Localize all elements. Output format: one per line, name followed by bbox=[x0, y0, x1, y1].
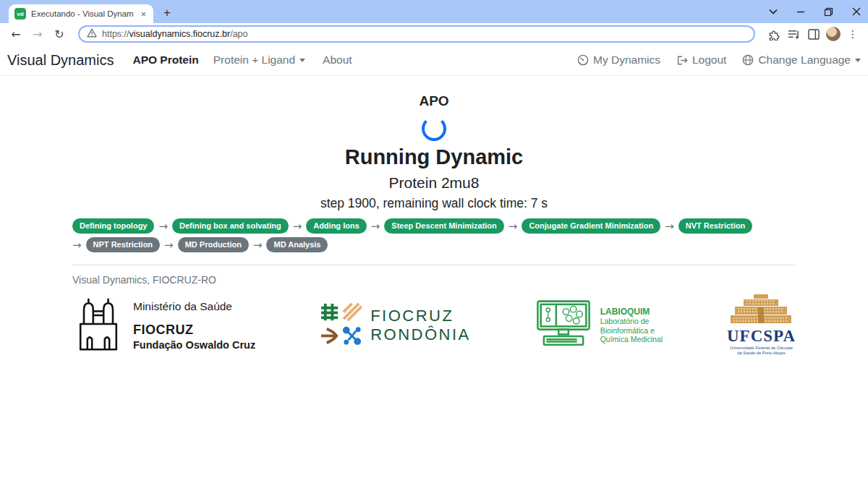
pipeline-step: → NPT Restriction bbox=[72, 237, 160, 252]
pipeline-step: → MD Production bbox=[164, 237, 249, 252]
nav-apo-protein[interactable]: APO Protein bbox=[132, 54, 198, 67]
tab-title: Executando - Visual Dynamics bbox=[31, 9, 134, 18]
ufcspa-building-icon bbox=[731, 294, 791, 326]
reload-button[interactable]: ↻ bbox=[51, 27, 68, 41]
step-arrow-icon: → bbox=[371, 220, 380, 233]
pipeline-step-badge: NPT Restriction bbox=[86, 237, 161, 252]
fiocruz-rondonia-logo: FIOCRUZ RONDÔNIA bbox=[320, 302, 471, 349]
step-arrow-icon: → bbox=[665, 220, 674, 233]
globe-icon bbox=[742, 54, 754, 66]
browser-tab[interactable]: vd Executando - Visual Dynamics × bbox=[9, 4, 153, 23]
rondonia-grid-icon bbox=[320, 302, 362, 349]
step-arrow-icon: → bbox=[164, 239, 174, 252]
url-text: https://visualdynamics.fiocruz.br/apo bbox=[102, 29, 248, 39]
pipeline-step-badge: MD Analysis bbox=[266, 237, 328, 252]
labioquim-logo: LABIOQUIM Laboratório de Bioinformática … bbox=[535, 299, 663, 351]
logout-icon bbox=[676, 55, 688, 66]
browser-menu-kebab-icon[interactable]: ⋮ bbox=[845, 28, 861, 40]
pipeline-step-badge: MD Production bbox=[178, 237, 249, 252]
partner-logos: Ministério da Saúde FIOCRUZ Fundação Osw… bbox=[72, 294, 796, 356]
simulation-status: step 1900, remaining wall clock time: 7 … bbox=[0, 196, 868, 211]
pipeline-step: Defining topology bbox=[72, 218, 154, 234]
fiocruz-logo: Ministério da Saúde FIOCRUZ Fundação Osw… bbox=[72, 295, 255, 356]
step-arrow-icon: → bbox=[293, 220, 302, 233]
nav-about[interactable]: About bbox=[323, 54, 352, 67]
pipeline-steps: Defining topology → Defining box and sol… bbox=[72, 218, 796, 252]
protein-name: Protein 2mu8 bbox=[0, 174, 868, 192]
new-tab-button[interactable]: + bbox=[163, 6, 171, 23]
nav-my-dynamics[interactable]: My Dynamics bbox=[577, 54, 660, 67]
labioquim-computer-icon bbox=[535, 299, 592, 351]
step-arrow-icon: → bbox=[72, 239, 82, 252]
url-bar[interactable]: https://visualdynamics.fiocruz.br/apo bbox=[78, 25, 755, 43]
nav-protein-ligand[interactable]: Protein + Ligand bbox=[213, 54, 305, 67]
step-arrow-icon: → bbox=[158, 220, 168, 233]
pipeline-step: → Steep Descent Minimization bbox=[371, 218, 504, 234]
step-arrow-icon: → bbox=[253, 239, 263, 252]
back-button[interactable]: ← bbox=[7, 27, 25, 41]
pipeline-step-badge: Defining box and solvating bbox=[172, 218, 289, 234]
pipeline-step: → Defining box and solvating bbox=[158, 218, 288, 234]
chevron-down-icon bbox=[855, 59, 861, 62]
pipeline-step: → NVT Restriction bbox=[665, 218, 752, 234]
playlist-extension-icon[interactable] bbox=[786, 29, 801, 40]
footer-caption: Visual Dynamics, FIOCRUZ-RO bbox=[72, 274, 796, 286]
nav-change-language[interactable]: Change Language bbox=[742, 54, 861, 67]
loading-spinner-icon bbox=[422, 116, 446, 141]
step-arrow-icon: → bbox=[509, 220, 518, 233]
tab-search-chevron-icon[interactable] bbox=[769, 9, 778, 14]
pipeline-step-badge: Steep Descent Minimization bbox=[384, 218, 503, 234]
section-title: APO bbox=[0, 93, 868, 109]
extensions-puzzle-icon[interactable] bbox=[765, 28, 781, 40]
browser-toolbar: ← → ↻ https://visualdynamics.fiocruz.br/… bbox=[0, 23, 868, 45]
pipeline-step-badge: Defining topology bbox=[72, 218, 154, 234]
restore-window-button[interactable] bbox=[824, 7, 833, 17]
pipeline-step-badge: Adding Ions bbox=[306, 218, 367, 234]
browser-titlebar: vd Executando - Visual Dynamics × + bbox=[0, 0, 868, 23]
chevron-down-icon bbox=[299, 59, 305, 62]
pipeline-step-badge: Conjugate Gradient Minimization bbox=[522, 218, 660, 234]
tab-favicon-icon: vd bbox=[14, 8, 26, 20]
ufcspa-logo: UFCSPA Universidade Federal de Ciências … bbox=[727, 294, 796, 356]
running-dynamic-heading: Running Dynamic bbox=[0, 145, 868, 169]
speedometer-icon bbox=[577, 54, 589, 66]
pipeline-step: → MD Analysis bbox=[253, 237, 328, 252]
pipeline-step: → Conjugate Gradient Minimization bbox=[509, 218, 660, 234]
minimize-button[interactable] bbox=[796, 7, 805, 16]
nav-logout[interactable]: Logout bbox=[676, 54, 726, 67]
side-panel-icon[interactable] bbox=[806, 29, 822, 40]
pipeline-step: → Adding Ions bbox=[293, 218, 367, 234]
brand-visual-dynamics[interactable]: Visual Dynamics bbox=[7, 52, 114, 69]
site-navbar: Visual Dynamics APO Protein Protein + Li… bbox=[0, 45, 868, 76]
close-window-button[interactable] bbox=[852, 7, 861, 16]
fiocruz-castle-icon bbox=[72, 295, 124, 356]
profile-avatar[interactable] bbox=[826, 27, 841, 41]
main-content: APO Running Dynamic Protein 2mu8 step 19… bbox=[0, 76, 868, 211]
tab-close-icon[interactable]: × bbox=[139, 9, 148, 20]
pipeline-step-badge: NVT Restriction bbox=[678, 218, 753, 234]
not-secure-warning-icon[interactable] bbox=[87, 27, 97, 40]
forward-button[interactable]: → bbox=[29, 27, 46, 41]
divider bbox=[72, 265, 796, 265]
